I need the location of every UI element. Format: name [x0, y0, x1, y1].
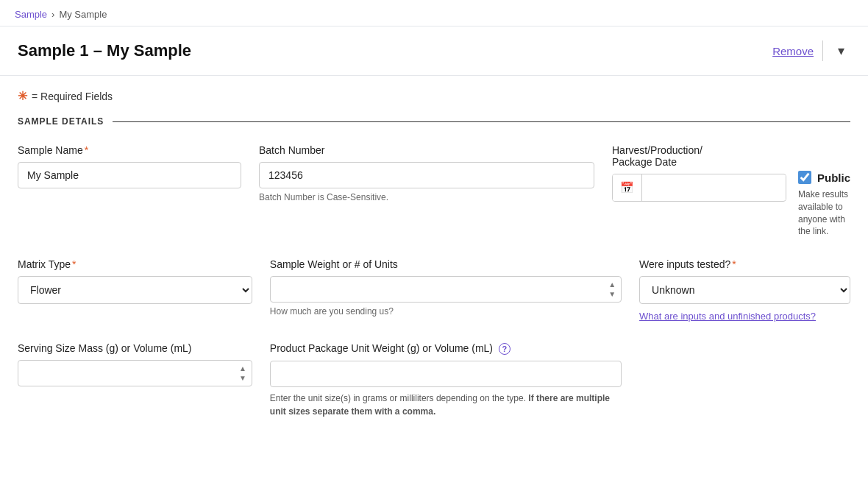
product-package-hint: Enter the unit size(s) in grams or milli…	[270, 392, 622, 418]
sample-weight-label: Sample Weight or # of Units	[270, 258, 622, 270]
inputs-link[interactable]: What are inputs and unfinished products?	[639, 311, 816, 322]
harvest-date-input[interactable]	[642, 175, 786, 200]
required-notice-text: = Required Fields	[32, 91, 113, 102]
section-divider	[113, 121, 850, 122]
product-package-input[interactable]	[270, 361, 622, 387]
form-body: Sample Name* Batch Number Batch Number i…	[0, 138, 868, 462]
harvest-date-field: Harvest/Production/ Package Date 📅	[612, 144, 786, 202]
breadcrumb-current: My Sample	[59, 9, 107, 20]
sample-weight-field: Sample Weight or # of Units ▲ ▼ How much…	[270, 258, 622, 322]
required-star-matrix: *	[72, 258, 76, 270]
sample-name-input[interactable]	[18, 162, 241, 188]
batch-number-input[interactable]	[259, 162, 594, 188]
asterisk-icon: ✳	[18, 89, 27, 103]
form-row-3: Serving Size Mass (g) or Volume (mL) ▲ ▼…	[18, 342, 850, 418]
calendar-icon-button[interactable]: 📅	[613, 174, 642, 201]
required-star-inputs: *	[732, 258, 736, 270]
public-label: Public	[817, 172, 850, 184]
batch-number-label: Batch Number	[259, 144, 594, 156]
batch-number-hint: Batch Number is Case-Sensitive.	[259, 192, 594, 202]
vertical-divider	[822, 40, 823, 61]
required-star-name: *	[85, 144, 88, 156]
serving-size-wrap: ▲ ▼	[18, 360, 252, 386]
sample-name-label: Sample Name*	[18, 144, 241, 156]
required-notice: ✳ = Required Fields	[0, 76, 868, 109]
form-row-1: Sample Name* Batch Number Batch Number i…	[18, 144, 850, 238]
sample-name-field: Sample Name*	[18, 144, 241, 238]
product-package-field: Product Package Unit Weight (g) or Volum…	[270, 342, 622, 418]
sample-weight-up[interactable]: ▲	[607, 280, 617, 289]
public-checkbox[interactable]	[798, 171, 811, 184]
section-title: SAMPLE DETAILS	[18, 116, 104, 127]
sample-header: Sample 1 – My Sample Remove ▾	[0, 26, 868, 76]
public-checkbox-row: Public	[798, 171, 850, 184]
serving-size-up[interactable]: ▲	[238, 364, 248, 373]
page-container: Sample › My Sample Sample 1 – My Sample …	[0, 0, 868, 502]
harvest-date-label: Harvest/Production/ Package Date	[612, 144, 786, 168]
breadcrumb: Sample › My Sample	[0, 0, 868, 26]
serving-size-label: Serving Size Mass (g) or Volume (mL)	[18, 342, 252, 354]
sample-weight-wrap: ▲ ▼	[270, 276, 622, 303]
product-package-help-icon[interactable]: ?	[499, 343, 511, 355]
collapse-button[interactable]: ▾	[832, 40, 850, 62]
page-title: Sample 1 – My Sample	[18, 41, 191, 60]
form-row-2: Matrix Type* Flower Concentrate Edible T…	[18, 258, 850, 322]
sample-weight-input[interactable]	[270, 276, 622, 303]
harvest-date-public-group: Harvest/Production/ Package Date 📅 Publi…	[612, 144, 850, 238]
empty-col	[639, 342, 850, 418]
inputs-tested-field: Were inputs tested?* Unknown Yes No What…	[639, 258, 850, 322]
product-package-label: Product Package Unit Weight (g) or Volum…	[270, 342, 622, 355]
matrix-type-label: Matrix Type*	[18, 258, 252, 270]
section-header: SAMPLE DETAILS	[0, 109, 868, 138]
serving-size-input[interactable]	[18, 360, 252, 386]
header-actions: Remove ▾	[772, 40, 850, 62]
serving-size-down[interactable]: ▼	[238, 374, 248, 383]
remove-button[interactable]: Remove	[772, 45, 814, 57]
inputs-tested-label: Were inputs tested?*	[639, 258, 850, 270]
sample-weight-hint: How much are you sending us?	[270, 306, 622, 317]
serving-size-field: Serving Size Mass (g) or Volume (mL) ▲ ▼	[18, 342, 252, 418]
date-input-wrap: 📅	[612, 174, 786, 202]
public-hint: Make results available to anyone with th…	[798, 188, 850, 238]
inputs-tested-select[interactable]: Unknown Yes No	[639, 276, 850, 304]
sample-weight-down[interactable]: ▼	[607, 290, 617, 299]
sample-weight-arrows: ▲ ▼	[607, 280, 617, 299]
batch-number-field: Batch Number Batch Number is Case-Sensit…	[259, 144, 594, 238]
breadcrumb-parent[interactable]: Sample	[15, 9, 47, 20]
matrix-type-field: Matrix Type* Flower Concentrate Edible T…	[18, 258, 252, 322]
serving-size-arrows: ▲ ▼	[238, 364, 248, 383]
matrix-type-select[interactable]: Flower Concentrate Edible Tincture Topic…	[18, 276, 252, 304]
product-package-hint-normal: Enter the unit size(s) in grams or milli…	[270, 393, 526, 403]
public-area: Public Make results available to anyone …	[798, 171, 850, 238]
